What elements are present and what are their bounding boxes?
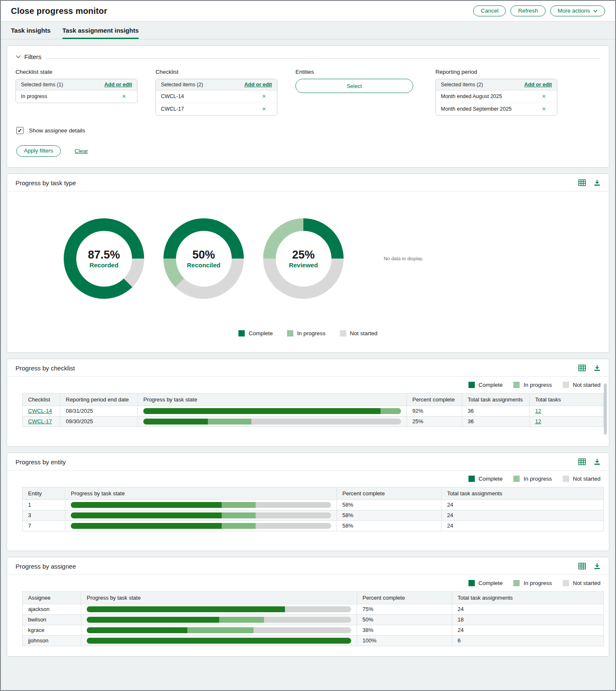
total-tasks-cell-link[interactable]: 12 xyxy=(535,418,541,424)
total-tasks-cell-link[interactable]: 12 xyxy=(535,408,541,414)
download-icon[interactable] xyxy=(594,563,600,569)
panel-icons xyxy=(578,458,600,465)
filter-label: Checklist xyxy=(155,69,277,75)
donut-chart: 25% Reviewed xyxy=(263,218,344,299)
total-assignments-cell: 24 xyxy=(452,625,604,635)
selected-items-header: Selected items (2) Add or edit xyxy=(436,79,557,91)
column-header: Progress by task state xyxy=(138,393,407,406)
add-or-edit-link[interactable]: Add or edit xyxy=(524,82,552,88)
total-assignments-cell: 36 xyxy=(462,406,530,416)
close-icon[interactable]: ✕ xyxy=(262,106,272,112)
legend-label: In progress xyxy=(523,382,552,388)
entities-select-button[interactable]: Select xyxy=(295,79,413,93)
panel-title: Progress by task type xyxy=(16,179,76,186)
bar-inprogress-segment xyxy=(222,502,256,508)
close-icon[interactable]: ✕ xyxy=(122,93,132,99)
selected-items-card: Selected items (2) Add or edit Month end… xyxy=(435,79,557,116)
add-or-edit-link[interactable]: Add or edit xyxy=(104,82,132,88)
bar-inprogress-segment xyxy=(222,512,256,518)
legend-item-not-started: Not started xyxy=(563,382,600,388)
table-view-icon[interactable] xyxy=(578,365,586,371)
donut-reviewed: 25% Reviewed xyxy=(254,218,353,299)
selected-items-count: Selected items (2) xyxy=(441,82,483,88)
apply-filters-button[interactable]: Apply filters xyxy=(16,145,61,157)
total-assignments-cell: 24 xyxy=(452,604,604,614)
close-icon[interactable]: ✕ xyxy=(542,106,552,112)
table-view-icon[interactable] xyxy=(578,458,586,465)
progress-bar xyxy=(143,408,401,414)
total-tasks-cell: 12 xyxy=(530,416,604,427)
tab-task-assignment-insights[interactable]: Task assignment insights xyxy=(62,21,139,39)
progress-cell xyxy=(81,625,357,635)
bar-inprogress-segment xyxy=(208,419,252,424)
tab-task-insights[interactable]: Task insights xyxy=(11,21,51,39)
chevron-down-icon[interactable] xyxy=(16,55,21,59)
donut-percent: 50% xyxy=(192,249,215,261)
filters-panel: Filters Checklist state Selected items (… xyxy=(7,45,609,168)
progress-cell xyxy=(81,604,357,614)
percent-complete-cell: 25% xyxy=(407,416,462,427)
donut-center: 25% Reviewed xyxy=(276,231,331,287)
total-assignments-cell: 24 xyxy=(442,520,604,531)
download-icon[interactable] xyxy=(594,458,600,465)
percent-complete-cell: 92% xyxy=(407,406,462,416)
selected-items-header: Selected items (2) Add or edit xyxy=(156,79,277,91)
selected-items-card: Selected items (1) Add or edit In progre… xyxy=(16,79,137,103)
progress-cell xyxy=(81,635,357,646)
refresh-button[interactable]: Refresh xyxy=(510,5,545,17)
show-assignee-details-label: Show assignee details xyxy=(29,127,85,134)
progress-cell xyxy=(65,499,337,510)
checklist-cell: CWCL-14 xyxy=(23,406,60,416)
table-view-icon[interactable] xyxy=(578,563,586,569)
entity-cell: 7 xyxy=(23,520,65,531)
clear-filters-link[interactable]: Clear xyxy=(75,148,88,154)
chart-legend: CompleteIn progressNot started xyxy=(7,377,609,392)
donut-recorded: 87.5% Recorded xyxy=(54,218,154,299)
donut-center: 87.5% Recorded xyxy=(76,231,132,287)
table-header-row: Assignee Progress by task state Percent … xyxy=(23,591,604,604)
donut-center: 50% Reconciled xyxy=(176,231,232,287)
show-assignee-details-checkbox[interactable]: ✓ xyxy=(16,127,23,134)
entity-table-wrap: Entity Progress by task state Percent co… xyxy=(7,486,609,531)
close-icon[interactable]: ✕ xyxy=(262,93,272,99)
legend-label: In progress xyxy=(523,476,552,482)
assignee-row: ajackson75%24 xyxy=(23,604,604,614)
donut-chart: 87.5% Recorded xyxy=(64,218,144,299)
filters-title: Filters xyxy=(24,53,41,60)
legend-swatch xyxy=(513,476,520,482)
legend-label: Complete xyxy=(479,580,503,586)
legend-item-complete: Complete xyxy=(468,580,503,586)
table-header-row: Checklist Reporting period end date Prog… xyxy=(23,393,604,406)
cancel-button[interactable]: Cancel xyxy=(473,5,506,17)
progress-bar xyxy=(87,627,351,633)
end-date-cell: 08/31/2025 xyxy=(60,406,138,416)
close-icon[interactable]: ✕ xyxy=(542,93,552,99)
filter-groups: Checklist state Selected items (1) Add o… xyxy=(16,69,600,116)
progress-cell xyxy=(138,416,407,427)
assignee-row: kgrace38%24 xyxy=(23,625,604,635)
column-header: Total task assignments xyxy=(462,393,530,406)
legend-item-complete: Complete xyxy=(238,330,273,336)
download-icon[interactable] xyxy=(594,365,600,371)
panel-icons xyxy=(578,563,600,569)
more-actions-button[interactable]: More actions xyxy=(550,5,605,17)
checklist-cell-link[interactable]: CWCL-17 xyxy=(28,418,52,424)
download-icon[interactable] xyxy=(594,179,600,186)
vertical-scrollbar[interactable] xyxy=(604,383,607,435)
no-data-message: No data to display. xyxy=(353,256,454,261)
legend-label: Complete xyxy=(248,330,273,336)
filter-actions: Apply filters Clear xyxy=(16,145,600,157)
checklist-cell-link[interactable]: CWCL-14 xyxy=(28,408,52,414)
bar-complete-segment xyxy=(143,419,208,424)
assignee-table-wrap: Assignee Progress by task state Percent … xyxy=(7,590,609,646)
table-view-icon[interactable] xyxy=(578,179,586,186)
add-or-edit-link[interactable]: Add or edit xyxy=(244,82,272,88)
percent-complete-cell: 58% xyxy=(337,520,442,531)
bar-complete-segment xyxy=(87,606,285,612)
show-assignee-details-row[interactable]: ✓ Show assignee details xyxy=(16,127,85,134)
legend-label: Complete xyxy=(479,382,503,388)
selected-item-label: CWCL-17 xyxy=(161,106,184,112)
legend-label: Not started xyxy=(573,382,600,388)
progress-bar xyxy=(87,617,351,623)
column-header: Progress by task state xyxy=(65,487,337,499)
